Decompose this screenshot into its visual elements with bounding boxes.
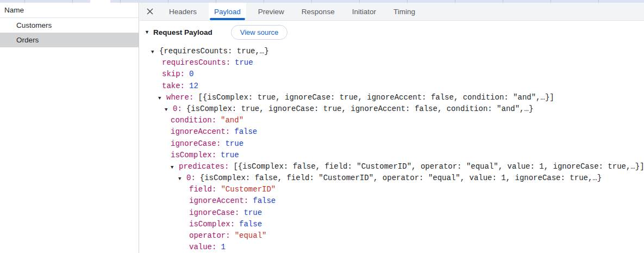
json-key: requiresCounts <box>162 58 230 67</box>
tree-row[interactable]: ignoreAccentfalse <box>140 126 644 138</box>
json-key: field <box>189 185 216 194</box>
tree-row[interactable]: value1 <box>140 242 644 253</box>
tab-headers[interactable]: Headers <box>164 3 202 20</box>
tab-preview[interactable]: Preview <box>253 3 290 20</box>
tree-row-root[interactable]: ▼{requiresCounts: true,…} <box>140 46 644 57</box>
request-row-orders[interactable]: Orders <box>0 33 139 47</box>
tree-expander-icon[interactable]: ▼ <box>151 47 159 58</box>
tab-initiator[interactable]: Initiator <box>347 3 382 20</box>
request-name-label: Orders <box>16 36 39 44</box>
tab-response[interactable]: Response <box>296 3 340 20</box>
close-button[interactable] <box>140 3 160 20</box>
json-key: ignoreCase <box>189 208 239 217</box>
tree-row[interactable]: condition"and" <box>140 115 644 126</box>
json-value: "equal" <box>235 231 267 240</box>
json-key: value <box>189 243 216 251</box>
request-payload-section-header: ▼ Request Payload View source <box>140 24 644 40</box>
network-requests-panel: Name Customers Orders <box>0 3 139 253</box>
tree-expander-icon[interactable]: ▼ <box>158 93 166 104</box>
json-value: false <box>253 196 276 205</box>
tab-timing[interactable]: Timing <box>388 3 421 20</box>
json-key: ignoreCase <box>171 139 221 148</box>
tree-row[interactable]: isComplexfalse <box>140 219 644 230</box>
view-source-button[interactable]: View source <box>231 25 288 40</box>
close-icon <box>146 7 154 16</box>
tree-row[interactable]: ignoreAccentfalse <box>140 195 644 207</box>
json-value: false <box>239 220 262 229</box>
tree-row-where-0[interactable]: ▼0{isComplex: true, ignoreCase: true, ig… <box>140 103 644 115</box>
tree-row[interactable]: skip0 <box>140 69 644 80</box>
json-key: skip <box>162 70 185 78</box>
tab-payload[interactable]: Payload <box>209 3 246 20</box>
json-value: false <box>234 127 257 136</box>
json-value: 12 <box>189 82 198 90</box>
object-preview: {isComplex: false, field: "CustomerID", … <box>200 174 602 182</box>
json-key: where <box>166 93 193 102</box>
tree-row[interactable]: isComplextrue <box>140 150 644 161</box>
tree-row-where[interactable]: ▼where[{isComplex: true, ignoreCase: tru… <box>140 92 644 103</box>
json-key: isComplex <box>171 151 216 159</box>
json-key: ignoreAccent <box>189 196 248 205</box>
object-preview: {isComplex: true, ignoreCase: true, igno… <box>186 104 534 113</box>
tree-row-predicates-0[interactable]: ▼0{isComplex: false, field: "CustomerID"… <box>140 172 644 184</box>
tree-expander-icon[interactable]: ▼ <box>178 174 186 185</box>
json-value: true <box>221 151 239 159</box>
payload-json-tree: ▼{requiresCounts: true,…} requiresCounts… <box>140 46 644 253</box>
tree-row[interactable]: field"CustomerID" <box>140 184 644 195</box>
request-row-customers[interactable]: Customers <box>0 18 139 33</box>
object-preview: [{isComplex: true, ignoreCase: true, ign… <box>198 93 554 102</box>
json-value: 0 <box>189 70 193 78</box>
json-key: ignoreAccent <box>171 127 230 136</box>
name-column-header[interactable]: Name <box>0 3 139 18</box>
json-value: "CustomerID" <box>221 185 276 194</box>
collapse-triangle-icon[interactable]: ▼ <box>145 30 149 35</box>
tree-row[interactable]: ignoreCasetrue <box>140 207 644 219</box>
json-key: take <box>162 82 185 90</box>
tree-expander-icon[interactable]: ▼ <box>165 104 173 116</box>
tree-row[interactable]: requiresCountstrue <box>140 57 644 69</box>
tree-row[interactable]: operator"equal" <box>140 230 644 242</box>
json-key: 0 <box>186 174 196 182</box>
request-name-label: Customers <box>16 21 52 29</box>
tree-row[interactable]: take12 <box>140 81 644 92</box>
request-details-panel: Headers Payload Preview Response Initiat… <box>140 3 644 253</box>
detail-tabbar: Headers Payload Preview Response Initiat… <box>140 3 644 21</box>
json-value: "and" <box>221 116 243 125</box>
json-value: true <box>243 208 262 217</box>
json-value: true <box>225 139 243 148</box>
json-key: operator <box>189 231 230 240</box>
object-preview: {requiresCounts: true,…} <box>159 47 269 55</box>
json-key: 0 <box>173 104 182 113</box>
json-value: 1 <box>221 243 225 251</box>
tree-expander-icon[interactable]: ▼ <box>171 162 179 174</box>
section-title: Request Payload <box>153 28 212 36</box>
tree-row[interactable]: ignoreCasetrue <box>140 138 644 150</box>
json-key: isComplex <box>189 220 235 229</box>
json-key: predicates <box>179 162 229 171</box>
json-value: true <box>235 58 253 67</box>
object-preview: [{isComplex: false, field: "CustomerID",… <box>233 162 644 171</box>
json-key: condition <box>171 116 216 125</box>
tree-row-predicates[interactable]: ▼predicates[{isComplex: false, field: "C… <box>140 161 644 172</box>
